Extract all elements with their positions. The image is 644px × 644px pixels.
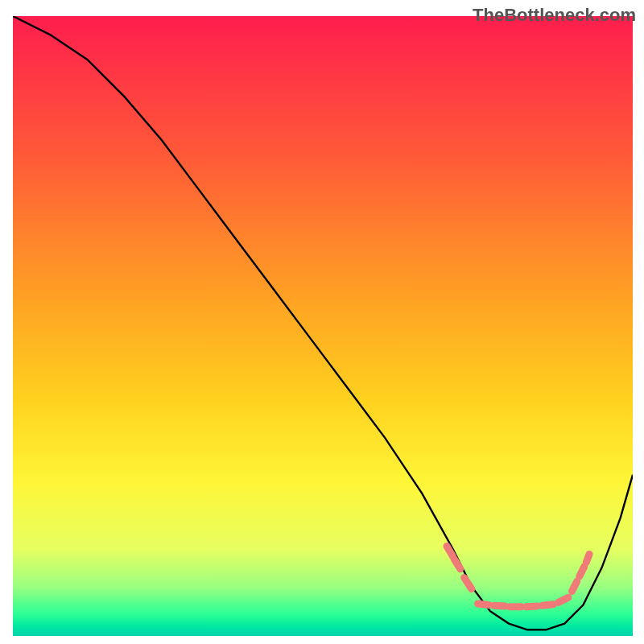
marker-dash bbox=[478, 604, 489, 605]
marker-dash bbox=[559, 597, 568, 602]
chart-svg bbox=[13, 16, 633, 636]
chart-background bbox=[13, 16, 633, 636]
bottleneck-chart bbox=[13, 16, 633, 636]
marker-dash bbox=[494, 605, 506, 606]
marker-dash bbox=[586, 554, 589, 562]
marker-dash bbox=[543, 605, 554, 606]
marker-dash bbox=[526, 606, 538, 607]
marker-dash bbox=[580, 567, 584, 576]
watermark-text: TheBottleneck.com bbox=[473, 5, 636, 26]
marker-dash bbox=[572, 581, 577, 591]
